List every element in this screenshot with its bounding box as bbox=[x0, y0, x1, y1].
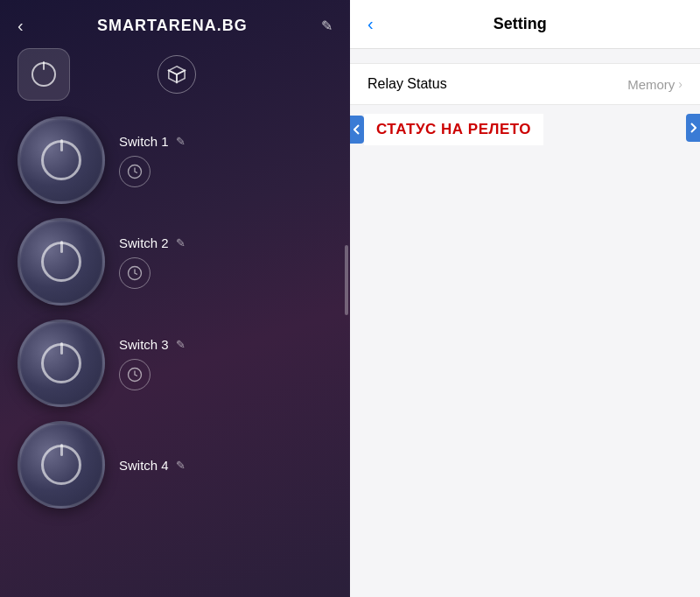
clock-3-icon bbox=[127, 367, 143, 383]
chevron-right-icon: › bbox=[678, 77, 682, 91]
switch-1-label-row: Switch 1 ✎ bbox=[119, 134, 186, 149]
right-arrow-indicator[interactable] bbox=[686, 114, 700, 142]
relay-status-row[interactable]: Relay Status Memory › bbox=[350, 63, 700, 105]
memory-nav[interactable]: Memory › bbox=[627, 77, 682, 92]
left-back-button[interactable]: ‹ bbox=[18, 16, 24, 36]
switch-1-info: Switch 1 ✎ bbox=[119, 134, 186, 187]
memory-label: Memory bbox=[627, 77, 675, 92]
switch-row-2: Switch 2 ✎ bbox=[14, 211, 336, 313]
switch-2-edit-icon[interactable]: ✎ bbox=[176, 236, 186, 249]
right-header: ‹ Setting bbox=[350, 0, 700, 49]
switch-2-power-icon bbox=[41, 242, 81, 282]
right-back-button[interactable]: ‹ bbox=[368, 14, 374, 34]
switch-3-label: Switch 3 bbox=[119, 337, 169, 352]
switch-1-clock-button[interactable] bbox=[119, 156, 150, 187]
switch-row-1: Switch 1 ✎ bbox=[14, 109, 336, 211]
switch-4-power-button[interactable] bbox=[18, 421, 105, 509]
cube-icon bbox=[167, 65, 186, 84]
relay-status-label: Relay Status bbox=[368, 76, 447, 92]
switch-4-info: Switch 4 ✎ bbox=[119, 458, 186, 473]
switch-row-4: Switch 4 ✎ bbox=[14, 414, 336, 516]
left-title: SMARTARENA.BG bbox=[97, 17, 248, 35]
switch-4-label-row: Switch 4 ✎ bbox=[119, 458, 186, 473]
switch-2-label: Switch 2 bbox=[119, 235, 169, 250]
switch-4-power-icon bbox=[41, 445, 81, 485]
switches-container: Switch 1 ✎ Switch 2 ✎ bbox=[0, 109, 350, 516]
status-label-overlay: СТАТУС НА РЕЛЕТО bbox=[350, 114, 543, 145]
power-all-button[interactable] bbox=[18, 48, 70, 101]
switch-1-label: Switch 1 bbox=[119, 134, 169, 149]
left-scrollbar[interactable] bbox=[345, 245, 348, 315]
left-arrow-indicator[interactable] bbox=[350, 116, 364, 144]
switch-3-edit-icon[interactable]: ✎ bbox=[176, 338, 186, 351]
switch-3-label-row: Switch 3 ✎ bbox=[119, 337, 186, 352]
clock-2-icon bbox=[127, 265, 143, 281]
status-cyrillic-text: СТАТУС НА РЕЛЕТО bbox=[364, 114, 543, 145]
switch-row-3: Switch 3 ✎ bbox=[14, 313, 336, 414]
power-all-icon bbox=[32, 62, 56, 87]
switch-3-clock-button[interactable] bbox=[119, 359, 150, 390]
switch-2-info: Switch 2 ✎ bbox=[119, 235, 186, 289]
clock-icon bbox=[127, 164, 143, 179]
switch-2-label-row: Switch 2 ✎ bbox=[119, 235, 186, 250]
switch-2-power-button[interactable] bbox=[18, 218, 105, 306]
right-title: Setting bbox=[384, 15, 656, 33]
switch-1-power-icon bbox=[41, 140, 81, 180]
switch-3-power-button[interactable] bbox=[18, 320, 105, 407]
left-arrow-icon bbox=[354, 124, 360, 135]
switch-4-edit-icon[interactable]: ✎ bbox=[176, 459, 186, 472]
switch-1-power-button[interactable] bbox=[18, 116, 105, 204]
left-panel: ‹ SMARTARENA.BG ✎ Switch 1 ✎ bbox=[0, 0, 350, 597]
left-header: ‹ SMARTARENA.BG ✎ bbox=[0, 0, 350, 48]
switch-4-label: Switch 4 bbox=[119, 458, 169, 473]
switch-2-clock-button[interactable] bbox=[119, 257, 150, 289]
right-panel: ‹ Setting Relay Status Memory › СТАТУС Н… bbox=[350, 0, 700, 597]
switch-3-power-icon bbox=[41, 343, 81, 383]
right-arrow-icon bbox=[690, 123, 696, 133]
switch-1-edit-icon[interactable]: ✎ bbox=[176, 135, 186, 148]
switch-3-info: Switch 3 ✎ bbox=[119, 337, 186, 390]
cube-icon-button[interactable] bbox=[158, 55, 196, 94]
edit-icon[interactable]: ✎ bbox=[321, 18, 332, 34]
top-controls bbox=[0, 48, 350, 109]
